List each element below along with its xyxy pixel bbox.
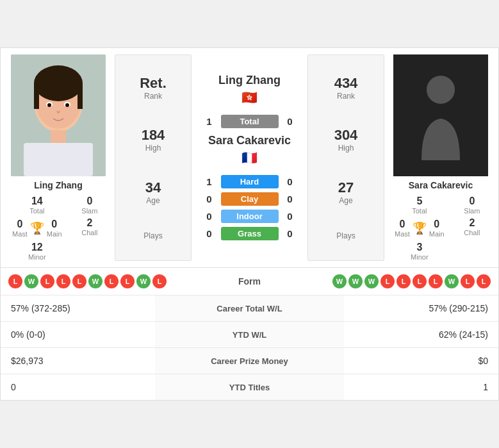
p1-age-stat: 34 Age [145,179,161,205]
form-section: LWLLLWLLWL Form WWWLLLLWLL [1,267,498,295]
hard-badge: Hard [221,175,279,188]
p2-trophy-icon: 🏆 [413,221,427,235]
stats-row-0: 57% (372-285)Career Total W/L57% (290-21… [1,295,498,322]
stats-left-0: 57% (372-285) [1,295,155,322]
stats-left-1: 0% (0-0) [1,322,155,348]
stats-center-0: Career Total W/L [155,295,344,322]
p2-name-center: Sara Cakarevic [197,134,302,147]
p2-plays-stat: Plays [336,231,355,240]
svg-point-9 [65,103,69,107]
p2-chall-val: 2 [469,217,475,229]
p2-age-lbl: Age [338,196,354,205]
p2-flag-row: 🇫🇷 [197,150,302,165]
player1-form-badges: LWLLLWLLWL [8,274,219,288]
p1-main-val: 0 [51,219,57,230]
p1-rank-stat: Ret. Rank [140,75,167,101]
p2-flag: 🇫🇷 [241,150,258,165]
svg-rect-11 [24,143,93,176]
total-score2: 0 [284,116,297,127]
grass-score1: 0 [203,228,216,239]
p2-rank-stat: 434 Rank [334,75,358,101]
p1-plays-lbl: Plays [143,231,162,240]
center-section: Ling Zhang 🇭🇰 1 Total 0 Sara Cakarevic 🇫… [197,54,302,261]
player2-form-badges: WWWLLLLWLL [281,274,491,288]
svg-rect-4 [34,83,39,109]
grass-row: 0 Grass 0 [197,227,302,240]
hard-score2: 0 [284,176,297,187]
p2-mast-lbl: Mast [395,230,410,238]
indoor-score2: 0 [284,211,297,222]
p1-mast-lbl: Mast [12,230,28,238]
svg-rect-10 [51,130,66,143]
stats-row-3: 0YTD Titles1 [1,374,498,401]
indoor-score1: 0 [203,211,216,222]
form-badge-l: L [120,274,135,288]
stats-right-2: $0 [344,348,498,374]
form-badge-l: L [397,274,411,288]
svg-point-8 [47,103,51,107]
player1-stats: 14 Total 0 Slam 0 Mast 🏆 0 Main [7,195,110,261]
player1-name: Ling Zhang [34,180,82,190]
form-badge-l: L [477,274,491,288]
form-badge-w: W [348,274,363,288]
form-badge-l: L [461,274,475,288]
form-badge-l: L [72,274,86,288]
p1-rank-val: Ret. [140,75,167,92]
stats-left-2: $26,973 [1,348,155,374]
p2-chall-lbl: Chall [464,229,480,236]
p1-plays-stat: Plays [143,231,162,240]
player2-middle-card: 434 Rank 304 High 27 Age Plays [307,54,384,261]
form-badge-l: L [104,274,119,288]
stats-center-1: YTD W/L [155,322,344,348]
p1-high-stat: 184 High [142,127,165,153]
p1-rank-lbl: Rank [140,92,167,101]
p1-name-center: Ling Zhang [197,74,302,87]
indoor-badge: Indoor [221,210,279,223]
p1-flag: 🇭🇰 [241,90,258,105]
svg-point-3 [34,65,83,101]
stats-table: 57% (372-285)Career Total W/L57% (290-21… [1,295,498,400]
form-label: Form [224,276,275,286]
p1-trophy-icon: 🏆 [30,221,44,235]
total-score1: 1 [203,116,216,127]
p1-age-lbl: Age [145,196,161,205]
form-badge-l: L [429,274,443,288]
stats-right-3: 1 [344,374,498,401]
form-badge-l: L [380,274,395,288]
p2-rank-lbl: Rank [334,92,358,101]
p2-high-stat: 304 High [334,127,358,153]
p1-main-lbl: Main [47,230,62,238]
stats-center-2: Career Prize Money [155,348,344,374]
hard-row: 1 Hard 0 [197,175,302,188]
form-badge-l: L [413,274,427,288]
p1-chall-val: 2 [86,217,92,229]
p2-age-val: 27 [338,179,354,196]
p1-minor-lbl: Minor [28,253,46,261]
p1-slam-lbl: Slam [81,207,97,215]
player2-card: Sara Cakarevic 5 Total 0 Slam 0 Mast 🏆 [389,54,492,261]
p2-mast-val: 0 [399,219,405,230]
player2-stats: 5 Total 0 Slam 0 Mast 🏆 0 Main [389,195,492,261]
p1-high-lbl: High [142,144,165,153]
p2-plays-lbl: Plays [336,231,355,240]
p1-total-val: 14 [31,195,43,207]
player1-card: Ling Zhang 14 Total 0 Slam 0 Mast 🏆 [7,54,110,261]
player1-photo [11,54,106,176]
form-badge-l: L [8,274,22,288]
p2-rank-val: 434 [334,75,358,92]
p1-minor-val: 12 [31,242,43,253]
player2-name: Sara Cakarevic [409,180,473,190]
total-badge: Total [221,115,279,128]
p2-slam-lbl: Slam [464,207,480,215]
form-badge-l: L [56,274,70,288]
p1-chall-lbl: Chall [81,229,97,236]
p2-high-val: 304 [334,127,358,144]
p1-total-lbl: Total [29,207,44,215]
svg-point-12 [427,76,455,104]
p2-age-stat: 27 Age [338,179,354,205]
form-badge-l: L [40,274,54,288]
p2-high-lbl: High [334,144,358,153]
svg-rect-5 [78,83,83,109]
p1-flag-row: 🇭🇰 [197,90,302,105]
hard-score1: 1 [203,176,216,187]
